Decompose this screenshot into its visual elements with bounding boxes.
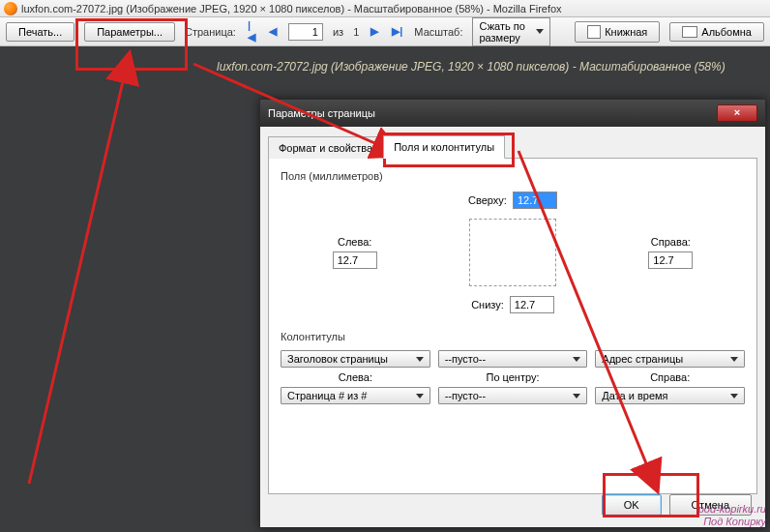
margin-bottom-input[interactable] (510, 296, 554, 313)
hf-header-right-select[interactable]: Адрес страницы (595, 350, 745, 368)
last-page-icon[interactable]: ▶| (390, 25, 404, 38)
chevron-down-icon (730, 357, 738, 362)
chevron-down-icon (416, 394, 424, 399)
dialog-close-button[interactable]: × (717, 104, 757, 122)
dialog-titlebar: Параметры страницы × (260, 100, 765, 127)
hf-footer-row: Страница # из # --пусто-- Дата и время (281, 387, 745, 404)
hf-left-label: Слева: (281, 371, 430, 383)
dialog-tabs: Формат и свойства Поля и колонтитулы (268, 134, 757, 158)
print-preview-toolbar: Печать... Параметры... Страница: |◀ ◀ из… (0, 17, 770, 46)
hf-footer-center-select[interactable]: --пусто-- (438, 387, 588, 404)
page-number-input[interactable] (288, 23, 323, 41)
watermark-line1: pod-kopirku.ru (698, 503, 766, 516)
chevron-down-icon (536, 29, 544, 34)
headers-footers-section: Колонтитулы Заголовок страницы --пусто--… (281, 331, 745, 404)
margins-group-label: Поля (миллиметров) (281, 170, 745, 182)
hf-center-label: По центру: (438, 371, 588, 383)
window-title: luxfon.com-27072.jpg (Изображение JPEG, … (21, 3, 562, 15)
scale-value: Сжать по размеру (479, 20, 530, 44)
portrait-orientation-button[interactable]: Книжная (575, 21, 660, 43)
margin-top-input[interactable] (513, 192, 557, 209)
hf-right-label: Справа: (595, 371, 745, 383)
margin-right-input[interactable] (648, 251, 693, 269)
page-label: Страница: (185, 26, 236, 38)
window-titlebar: luxfon.com-27072.jpg (Изображение JPEG, … (0, 0, 770, 17)
page-total: 1 (353, 26, 359, 38)
page-preview-box (469, 219, 556, 286)
landscape-orientation-button[interactable]: Альбомна (669, 22, 764, 42)
margin-right-label: Справа: (651, 236, 691, 248)
portrait-icon (587, 25, 601, 39)
margins-editor: Сверху: Слева: Справа: Снизу: (281, 192, 745, 313)
print-button[interactable]: Печать... (6, 22, 74, 42)
hf-header-center-select[interactable]: --пусто-- (438, 350, 588, 368)
page-setup-dialog: Параметры страницы × Формат и свойства П… (259, 99, 766, 528)
watermark: pod-kopirku.ru Под Копирку (698, 503, 766, 528)
hf-position-labels: Слева: По центру: Справа: (281, 371, 745, 383)
document-header-caption: luxfon.com-27072.jpg (Изображение JPEG, … (217, 60, 726, 74)
hf-footer-left-select[interactable]: Страница # из # (281, 387, 430, 404)
dialog-title: Параметры страницы (268, 107, 375, 119)
dialog-body: Формат и свойства Поля и колонтитулы Пол… (260, 127, 765, 494)
next-page-icon[interactable]: ▶ (369, 25, 380, 38)
first-page-icon[interactable]: |◀ (246, 19, 257, 44)
of-label: из (333, 26, 343, 38)
tab-format[interactable]: Формат и свойства (268, 136, 383, 159)
chevron-down-icon (573, 394, 580, 399)
margin-left-input[interactable] (333, 251, 377, 269)
page-setup-button[interactable]: Параметры... (84, 22, 175, 42)
landscape-label: Альбомна (701, 26, 752, 38)
chevron-down-icon (730, 394, 738, 399)
chevron-down-icon (416, 357, 424, 362)
tab-margins[interactable]: Поля и колонтитулы (383, 135, 505, 159)
margin-left-label: Слева: (338, 236, 371, 248)
scale-label: Масштаб: (414, 26, 462, 38)
chevron-down-icon (573, 357, 580, 362)
hf-footer-right-select[interactable]: Дата и время (595, 387, 745, 404)
hf-group-label: Колонтитулы (281, 331, 745, 342)
prev-page-icon[interactable]: ◀ (267, 25, 279, 38)
landscape-icon (682, 26, 697, 38)
hf-header-row: Заголовок страницы --пусто-- Адрес стран… (281, 350, 745, 368)
margin-bottom-label: Снизу: (471, 299, 504, 310)
margin-top-label: Сверху: (468, 194, 507, 206)
tab-panel-margins: Поля (миллиметров) Сверху: Слева: Справа… (268, 158, 757, 494)
firefox-icon (4, 2, 17, 15)
hf-header-left-select[interactable]: Заголовок страницы (281, 350, 430, 368)
watermark-line2: Под Копирку (698, 516, 766, 528)
ok-button[interactable]: OK (602, 494, 662, 516)
scale-select[interactable]: Сжать по размеру (472, 17, 550, 46)
portrait-label: Книжная (605, 26, 647, 38)
